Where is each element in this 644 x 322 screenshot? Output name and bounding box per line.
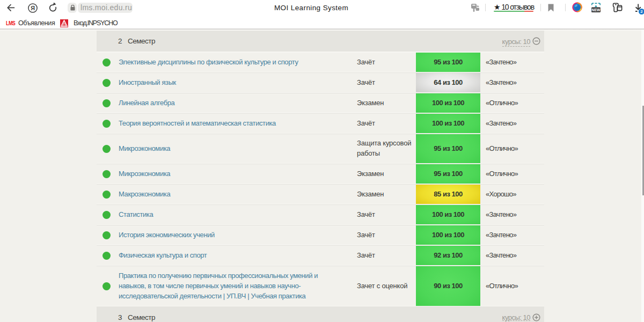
svg-text:Я: Я	[31, 5, 35, 11]
svg-text:NEW: NEW	[592, 8, 601, 12]
